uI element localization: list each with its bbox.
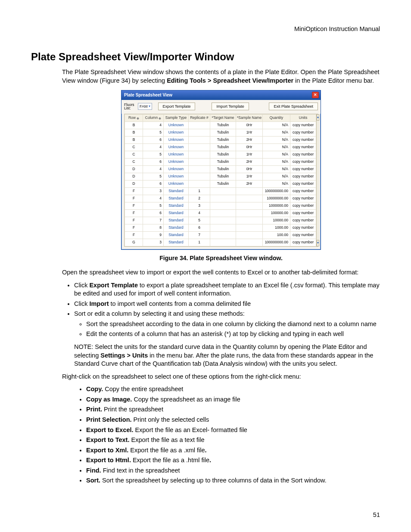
- cell[interactable]: 0Hr: [236, 144, 263, 151]
- cell[interactable]: Standard: [164, 202, 189, 210]
- cell[interactable]: 5: [143, 151, 164, 159]
- cell[interactable]: D: [125, 166, 143, 173]
- cell[interactable]: Tubulin: [210, 122, 236, 129]
- exit-plate-spreadsheet-button[interactable]: Exit Plate Spreadsheet: [269, 103, 318, 110]
- cell[interactable]: Unknown: [164, 151, 189, 159]
- table-row[interactable]: F4Standard210000000.00copy number: [125, 195, 316, 202]
- cell[interactable]: 7: [143, 217, 164, 224]
- cell[interactable]: 5: [143, 202, 164, 210]
- cell[interactable]: 4: [143, 195, 164, 202]
- cell[interactable]: F: [125, 210, 143, 217]
- column-header[interactable]: Sample Type: [164, 115, 189, 122]
- cell[interactable]: 4: [143, 166, 164, 173]
- table-row[interactable]: F6Standard4100000.00copy number: [125, 210, 316, 217]
- column-header[interactable]: Replicate #: [189, 115, 210, 122]
- cell[interactable]: Standard: [164, 210, 189, 217]
- cell[interactable]: 0Hr: [236, 166, 263, 173]
- cell[interactable]: [189, 122, 210, 129]
- cell[interactable]: F: [125, 217, 143, 224]
- table-row[interactable]: B4UnknownTubulin0HrN/Acopy number: [125, 122, 316, 129]
- cell[interactable]: copy number: [290, 159, 316, 166]
- table-row[interactable]: B5UnknownTubulin1HrN/Acopy number: [125, 129, 316, 137]
- cell[interactable]: 7: [189, 232, 210, 239]
- cell[interactable]: [236, 217, 263, 224]
- cell[interactable]: Standard: [164, 232, 189, 239]
- cell[interactable]: 1Hr: [236, 173, 263, 180]
- sort-diamond-icon[interactable]: [137, 116, 139, 118]
- cell[interactable]: N/A: [263, 151, 290, 159]
- vertical-scrollbar[interactable]: ▴ ▾: [316, 114, 319, 246]
- cell[interactable]: copy number: [290, 129, 316, 137]
- column-header[interactable]: Row: [125, 115, 143, 122]
- cell[interactable]: copy number: [290, 144, 316, 151]
- cell[interactable]: 5: [189, 217, 210, 224]
- cell[interactable]: Unknown: [164, 173, 189, 180]
- cell[interactable]: copy number: [290, 137, 316, 144]
- cell[interactable]: [189, 166, 210, 173]
- cell[interactable]: [189, 180, 210, 188]
- cell[interactable]: F: [125, 188, 143, 195]
- column-header[interactable]: Column: [143, 115, 164, 122]
- cell[interactable]: C: [125, 159, 143, 166]
- cell[interactable]: 2Hr: [236, 180, 263, 188]
- column-header[interactable]: *Target Name: [210, 115, 236, 122]
- cell[interactable]: [210, 195, 236, 202]
- cell[interactable]: 5: [143, 129, 164, 137]
- cell[interactable]: 6: [143, 210, 164, 217]
- cell[interactable]: Standard: [164, 195, 189, 202]
- cell[interactable]: 1: [189, 188, 210, 195]
- cell[interactable]: Unknown: [164, 129, 189, 137]
- cell[interactable]: 100000.00: [263, 210, 290, 217]
- cell[interactable]: 4: [189, 210, 210, 217]
- cell[interactable]: Standard: [164, 217, 189, 224]
- table-row[interactable]: C6UnknownTubulin2HrN/Acopy number: [125, 159, 316, 166]
- cell[interactable]: [210, 232, 236, 239]
- table-row[interactable]: C5UnknownTubulin1HrN/Acopy number: [125, 151, 316, 159]
- cell[interactable]: 10000.00: [263, 217, 290, 224]
- cell[interactable]: 1: [189, 239, 210, 246]
- cell[interactable]: 4: [143, 144, 164, 151]
- cell[interactable]: Tubulin: [210, 137, 236, 144]
- cell[interactable]: [189, 144, 210, 151]
- cell[interactable]: [210, 224, 236, 232]
- cell[interactable]: Unknown: [164, 180, 189, 188]
- table-row[interactable]: D4UnknownTubulin0HrN/Acopy number: [125, 166, 316, 173]
- table-row[interactable]: F8Standard61000.00copy number: [125, 224, 316, 232]
- cell[interactable]: 2Hr: [236, 137, 263, 144]
- cell[interactable]: 3: [143, 239, 164, 246]
- cell[interactable]: [210, 210, 236, 217]
- cell[interactable]: 100000000.00: [263, 188, 290, 195]
- cell[interactable]: D: [125, 173, 143, 180]
- cell[interactable]: [189, 151, 210, 159]
- cell[interactable]: copy number: [290, 195, 316, 202]
- cell[interactable]: 4: [143, 122, 164, 129]
- cell[interactable]: [189, 173, 210, 180]
- cell[interactable]: 0Hr: [236, 122, 263, 129]
- column-header[interactable]: *Sample Name: [236, 115, 263, 122]
- cell[interactable]: Tubulin: [210, 173, 236, 180]
- cell[interactable]: 2: [189, 195, 210, 202]
- cell[interactable]: Tubulin: [210, 144, 236, 151]
- cell[interactable]: N/A: [263, 137, 290, 144]
- cell[interactable]: G: [125, 239, 143, 246]
- cell[interactable]: N/A: [263, 173, 290, 180]
- column-header[interactable]: Units: [290, 115, 316, 122]
- cell[interactable]: C: [125, 144, 143, 151]
- cell[interactable]: copy number: [290, 224, 316, 232]
- cell[interactable]: Standard: [164, 239, 189, 246]
- cell[interactable]: 1Hr: [236, 129, 263, 137]
- cell[interactable]: [210, 202, 236, 210]
- cell[interactable]: [189, 137, 210, 144]
- table-row[interactable]: C4UnknownTubulin0HrN/Acopy number: [125, 144, 316, 151]
- cell[interactable]: copy number: [290, 173, 316, 180]
- cell[interactable]: 2Hr: [236, 159, 263, 166]
- cell[interactable]: 5: [143, 173, 164, 180]
- table-row[interactable]: F9Standard7100.00copy number: [125, 232, 316, 239]
- cell[interactable]: [236, 232, 263, 239]
- cell[interactable]: Tubulin: [210, 151, 236, 159]
- cell[interactable]: N/A: [263, 144, 290, 151]
- table-row[interactable]: F7Standard510000.00copy number: [125, 217, 316, 224]
- cell[interactable]: Unknown: [164, 159, 189, 166]
- cell[interactable]: 100000000.00: [263, 239, 290, 246]
- table-row[interactable]: F3Standard1100000000.00copy number: [125, 188, 316, 195]
